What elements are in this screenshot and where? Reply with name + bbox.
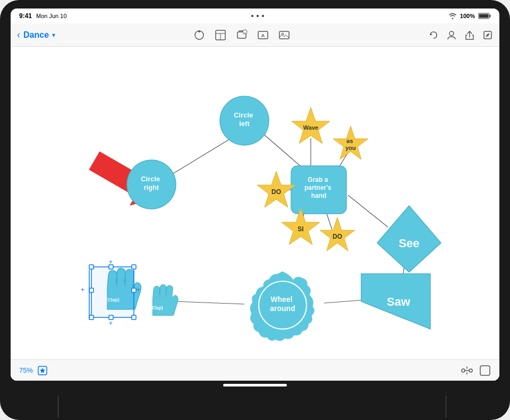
svg-rect-49 xyxy=(91,267,134,317)
text-icon[interactable]: A xyxy=(257,29,269,41)
node-see[interactable]: See xyxy=(377,206,441,272)
view-mode-icon[interactable] xyxy=(479,365,491,376)
status-dot-1 xyxy=(251,15,253,17)
svg-rect-1 xyxy=(490,15,491,18)
canvas[interactable]: Circle left Circle right Grab xyxy=(11,47,499,381)
zoom-level[interactable]: 75% xyxy=(19,366,33,374)
caption-left-col: ลากเพื่อวางส่วนถัดไป ของไดอะแกรม xyxy=(27,396,90,420)
shape-circle-icon[interactable] xyxy=(193,29,205,41)
home-indicator-area xyxy=(223,381,287,392)
table-icon[interactable] xyxy=(215,29,226,41)
home-indicator xyxy=(223,384,287,387)
node-saw[interactable]: Saw xyxy=(361,274,430,329)
node-circle-right[interactable]: Circle right xyxy=(127,160,176,209)
ipad-frame: 9:41 Mon Jun 10 100% xyxy=(0,0,510,420)
image-icon[interactable] xyxy=(278,29,290,41)
node-do1[interactable]: DO xyxy=(257,171,295,207)
svg-text:DO: DO xyxy=(333,233,342,240)
document-title[interactable]: Dance xyxy=(23,30,49,40)
svg-point-4 xyxy=(198,30,200,32)
node-grab[interactable]: Grab a partner's hand xyxy=(291,166,346,214)
svg-text:+: + xyxy=(109,258,113,266)
svg-point-56 xyxy=(462,369,465,372)
selection-handle-ml[interactable] xyxy=(89,288,94,292)
selection-handle-br[interactable] xyxy=(132,315,136,320)
svg-text:Saw: Saw xyxy=(387,295,411,308)
status-date: Mon Jun 10 xyxy=(36,13,66,19)
svg-line-28 xyxy=(175,301,244,304)
edit-icon[interactable] xyxy=(482,30,493,40)
connector-toggle-icon[interactable] xyxy=(461,365,473,376)
share-icon[interactable] xyxy=(464,30,475,40)
status-bar-left: 9:41 Mon Jun 10 xyxy=(19,12,67,20)
caption-right-col: แสดงหรือซ่อนตัวเชื่อมต่อ xyxy=(409,396,483,420)
svg-text:Wave: Wave xyxy=(303,124,318,131)
node-do2[interactable]: DO xyxy=(320,217,355,251)
svg-point-16 xyxy=(449,31,454,36)
svg-text:See: See xyxy=(398,237,419,250)
svg-text:+: + xyxy=(109,320,113,327)
battery-icon xyxy=(478,13,491,19)
wifi-icon xyxy=(448,13,457,19)
person-icon[interactable] xyxy=(446,30,457,40)
ipad-screen: 9:41 Mon Jun 10 100% xyxy=(11,9,499,381)
layers-icon[interactable]: + xyxy=(236,29,248,41)
caption-area: ลากเพื่อวางส่วนถัดไป ของไดอะแกรม แสดงหรื… xyxy=(11,393,499,420)
svg-line-25 xyxy=(348,195,388,227)
status-dot-3 xyxy=(262,15,264,17)
selection-handle-bl[interactable] xyxy=(89,315,94,320)
toolbar-right xyxy=(428,30,493,40)
bottom-bar: 75% xyxy=(11,359,499,381)
selection-handle-tl[interactable] xyxy=(89,265,94,269)
node-wave[interactable]: Wave xyxy=(292,107,330,144)
undo-icon[interactable] xyxy=(428,30,439,40)
svg-text:Circle
            right: Circle right xyxy=(141,175,162,191)
svg-text:SI: SI xyxy=(298,225,303,233)
svg-text:+: + xyxy=(244,31,246,34)
status-time: 9:41 xyxy=(19,12,32,20)
zoom-star-icon[interactable] xyxy=(37,365,48,376)
node-as-you[interactable]: as you xyxy=(333,126,368,159)
selection-handle-bm[interactable] xyxy=(109,315,113,320)
title-chevron-icon[interactable]: ▾ xyxy=(52,31,55,39)
diagram-svg: Circle left Circle right Grab xyxy=(11,47,499,381)
svg-rect-59 xyxy=(480,366,490,375)
toolbar-center: + A xyxy=(193,29,290,41)
svg-point-57 xyxy=(469,369,472,372)
svg-rect-13 xyxy=(279,31,289,39)
svg-text:as
            you: as you xyxy=(345,138,356,151)
svg-rect-2 xyxy=(479,14,489,18)
svg-text:+: + xyxy=(137,286,140,293)
svg-text:Wheel
            around: Wheel around xyxy=(270,295,295,313)
battery-label: 100% xyxy=(460,13,475,19)
node-circle-left[interactable]: Circle left xyxy=(220,96,269,145)
svg-text:(Clap): (Clap) xyxy=(150,306,163,310)
svg-marker-15 xyxy=(430,33,432,35)
svg-text:A: A xyxy=(261,33,265,38)
svg-line-18 xyxy=(173,137,234,174)
toolbar: ‹ Dance ▾ + xyxy=(11,23,499,47)
svg-line-19 xyxy=(260,131,300,166)
status-dot-2 xyxy=(257,15,259,17)
selection-handles: + + + + xyxy=(81,258,140,327)
status-bar: 9:41 Mon Jun 10 100% xyxy=(11,9,499,23)
status-bar-right: 100% xyxy=(448,13,491,19)
svg-text:DO: DO xyxy=(271,188,281,196)
svg-text:+: + xyxy=(81,286,84,293)
status-bar-center xyxy=(251,15,264,17)
node-wheel-around[interactable]: Wheel around xyxy=(249,271,315,342)
node-clap2[interactable]: (Clap) xyxy=(150,284,178,315)
toolbar-left: ‹ Dance ▾ xyxy=(17,29,55,40)
caption-left-line xyxy=(58,396,58,417)
caption-right-line xyxy=(446,396,446,417)
selection-handle-tr[interactable] xyxy=(132,265,136,269)
selection-handle-mr[interactable] xyxy=(132,288,136,292)
back-button[interactable]: ‹ xyxy=(17,29,20,40)
